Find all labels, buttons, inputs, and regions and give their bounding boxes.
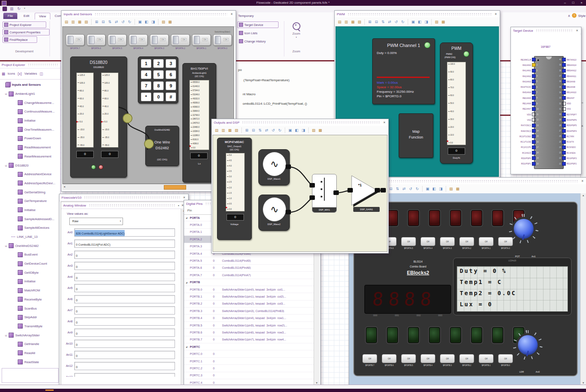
maximize-button[interactable]: □: [570, 1, 576, 5]
tree-item[interactable]: ReadMeasurement: [0, 143, 60, 152]
off-button[interactable]: Off: [459, 354, 474, 363]
toolbar-icon[interactable]: ↺: [120, 19, 126, 25]
channel-field[interactable]: 0: [74, 351, 175, 359]
tab-variables[interactable]: Variables: [24, 72, 37, 75]
tree-item[interactable]: ReceiveByte: [0, 295, 60, 304]
toolbar-icon[interactable]: ▧: [234, 127, 239, 133]
channel-field[interactable]: 0: [74, 284, 175, 292]
toolbar-icon[interactable]: ⊟: [100, 19, 106, 25]
tree-item[interactable]: ReadState: [0, 357, 60, 366]
chip-pin[interactable]: 37 RB4/AN11: [557, 73, 580, 79]
chip-pin[interactable]: RD1/PSP1 20: [511, 161, 541, 167]
save-icon[interactable]: ▥: [10, 7, 14, 11]
toolbar-icon[interactable]: [308, 127, 309, 133]
map-function-component[interactable]: Map Function: [399, 113, 433, 158]
collapse-ribbon-icon[interactable]: ∧: [567, 13, 571, 19]
tree-item[interactable]: GetSerialString: [0, 188, 60, 197]
app-menu-icon[interactable]: [2, 7, 7, 11]
toggle-switch[interactable]: ON: [213, 34, 232, 46]
pin-row[interactable]: PORTC.2 0: [184, 365, 314, 372]
toolbar-icon[interactable]: ↻: [400, 19, 406, 25]
chip-pin[interactable]: RA3/AN3 5: [511, 79, 541, 84]
off-button[interactable]: Off: [401, 237, 416, 246]
toolbar-icon[interactable]: ⊞: [367, 19, 373, 25]
project-explorer-button[interactable]: Project Explorer: [2, 21, 46, 28]
chip-pin[interactable]: 21 RD2/PSP2: [557, 161, 580, 167]
off-button[interactable]: Off: [459, 237, 474, 246]
board-scrollbar[interactable]: ▲ ▼: [580, 193, 586, 385]
group-expander-icon[interactable]: ◢: [184, 216, 190, 219]
toggle-switch[interactable]: ON: [129, 34, 148, 46]
chip-pin[interactable]: RE3/MCLR 1: [511, 57, 541, 62]
pin-row[interactable]: PORTB.0 0 SwitchArraySlider1(pin0), keyp…: [184, 286, 314, 293]
chip-pin[interactable]: 27 RD4/PSP4: [557, 128, 580, 134]
chip-pin[interactable]: 36 RB3/AN9: [557, 79, 580, 84]
tree-item[interactable]: SampleAllDevices: [0, 223, 60, 232]
channel-field[interactable]: 0: [74, 295, 175, 303]
off-button[interactable]: Off: [498, 237, 513, 246]
toolbar-icon[interactable]: ▣: [137, 19, 143, 25]
toolbar-icon[interactable]: ↻: [127, 19, 132, 25]
channel-field[interactable]: 0: [74, 329, 175, 337]
toolbar-icon[interactable]: ◨: [150, 19, 156, 25]
chip-pin[interactable]: RA2/AN2 4: [511, 73, 541, 79]
scroll-down-icon[interactable]: ▼: [314, 382, 319, 384]
keypad-key[interactable]: 2: [153, 59, 164, 68]
expander-icon[interactable]: ⊟: [5, 334, 9, 337]
chip-pin[interactable]: VDD 11: [511, 112, 541, 117]
tree-item[interactable]: ReadAll: [0, 349, 60, 358]
toolbar-icon[interactable]: ↻: [414, 186, 420, 192]
chip-pin[interactable]: 22 RD3/PSP3: [557, 155, 580, 161]
toolbar-icon[interactable]: ⊟: [373, 19, 379, 25]
minimize-button[interactable]: –: [562, 1, 568, 5]
toolbar-icon[interactable]: ▦: [77, 19, 83, 25]
chip-pin[interactable]: VSS 12: [511, 117, 541, 122]
toolbar-icon[interactable]: ▨: [161, 19, 166, 25]
tree-item[interactable]: AddressNextDevice: [0, 170, 60, 179]
chip-pin[interactable]: 35 RB2/AN8: [557, 84, 580, 89]
close-icon[interactable]: ×: [494, 12, 498, 16]
chip-pin[interactable]: RC0/T1OSO 15: [511, 134, 541, 139]
tab-view[interactable]: View: [35, 13, 50, 19]
pin-row[interactable]: PORTB.1 0 SwitchArraySlider1(pin1), keyp…: [184, 293, 314, 300]
toolbar-icon[interactable]: ▧: [357, 19, 362, 25]
toolbar-icon[interactable]: ↺: [270, 127, 276, 133]
group-expander-icon[interactable]: ◢: [184, 345, 190, 348]
chip-pin[interactable]: 33 RB0/INT: [557, 95, 580, 101]
keypad-key[interactable]: 3: [165, 59, 176, 68]
toolbar-icon[interactable]: ▣: [410, 19, 416, 25]
channel-field[interactable]: 0: [74, 262, 175, 270]
channel-field[interactable]: 0: [74, 340, 175, 348]
tree-item[interactable]: OneTimeMeasurem...: [0, 125, 60, 134]
toolbar-icon[interactable]: ⇅: [395, 186, 400, 192]
pin-column-header[interactable]: Pin: [187, 209, 192, 212]
chip-pin[interactable]: 26 RC7/RX: [557, 134, 580, 139]
tree-item[interactable]: ⊟ OneWireDS2482: [0, 241, 60, 250]
change-history-button[interactable]: Change History: [237, 38, 279, 45]
icon-lists-button[interactable]: Icon Lists: [237, 30, 267, 36]
scroll-down-icon[interactable]: ▼: [581, 382, 586, 384]
off-button[interactable]: Off: [440, 237, 455, 246]
tree-item[interactable]: ⊟ DS18B20: [0, 161, 60, 170]
tree-item[interactable]: GetDeviceCount: [0, 259, 60, 268]
toolbar-icon[interactable]: ◧: [294, 127, 300, 133]
project-explorer-header[interactable]: Project Explorer: [0, 61, 60, 68]
toolbar-icon[interactable]: ⇄: [387, 19, 392, 25]
tree-item[interactable]: Initialise: [0, 277, 60, 286]
toolbar-icon[interactable]: ⊞: [94, 19, 99, 25]
toolbar-icon[interactable]: [364, 19, 365, 25]
toolbar-icon[interactable]: ◧: [417, 19, 423, 25]
toolbar-icon[interactable]: ▨: [434, 19, 440, 25]
tree-item[interactable]: TransmitByte: [0, 322, 60, 331]
tree-item[interactable]: GetTemperature: [0, 197, 60, 206]
keypad-key[interactable]: #: [165, 92, 176, 101]
tree-item[interactable]: AddressSpecificDevi...: [0, 179, 60, 188]
chip-pin[interactable]: 24 RC5/SDO: [557, 145, 580, 150]
channel-field[interactable]: 0: [74, 373, 175, 377]
toolbar-icon[interactable]: ⇅: [380, 19, 386, 25]
toolbar-icon[interactable]: ⇅: [257, 127, 263, 133]
toolbar-icon[interactable]: ◧: [431, 186, 437, 192]
tree-item[interactable]: GetHandle: [0, 340, 60, 349]
switch-lever[interactable]: [131, 36, 137, 44]
toolbar-icon[interactable]: ⇄: [401, 186, 407, 192]
